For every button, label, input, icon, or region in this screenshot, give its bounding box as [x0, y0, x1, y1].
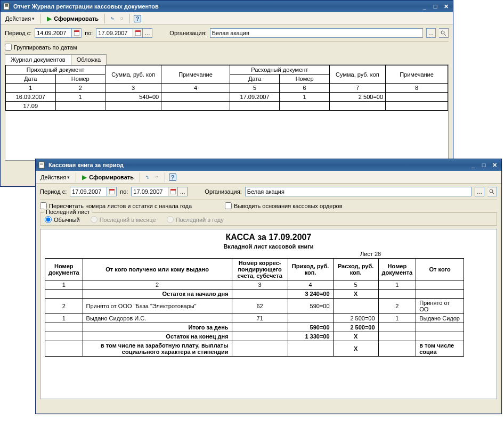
output-basis-checkbox[interactable]: [225, 202, 232, 209]
svg-rect-13: [39, 162, 44, 168]
group-by-date-checkbox[interactable]: [5, 44, 12, 51]
date-to-input-2[interactable]: [131, 187, 168, 196]
help-button[interactable]: ?: [133, 13, 142, 24]
settings-icon-button-2[interactable]: [143, 172, 152, 183]
col-doc-no: Номер документа: [45, 259, 83, 280]
settings-icon-button[interactable]: [108, 13, 117, 24]
table-row[interactable]: 17.09: [6, 102, 448, 111]
date-from-input-2[interactable]: [70, 187, 107, 196]
report-icon: [3, 2, 11, 11]
period-picker-button[interactable]: …: [143, 28, 152, 38]
table-row[interactable]: 1 Выдано Сидоров И.С. 71 2 500=00 1 Выда…: [45, 314, 464, 323]
col-date-1: Дата: [6, 75, 56, 84]
col-expense: Расход, руб. коп.: [333, 259, 378, 280]
col-income: Приход, руб. коп.: [288, 259, 333, 280]
svg-rect-5: [112, 18, 114, 20]
svg-rect-2: [5, 5, 8, 6]
table-index-row: 1234 5678: [6, 84, 448, 93]
radio-normal-label[interactable]: Обычный: [45, 216, 80, 223]
window-cash-book: Кассовая книга за период _ □ ✕ Действия▾…: [35, 159, 502, 414]
col-income-doc: Приходный документ: [6, 65, 105, 75]
cash-book-report: КАССА за 17.09.2007 Вкладной лист кассов…: [40, 229, 497, 399]
chevron-down-icon: ▾: [32, 16, 35, 21]
radio-year[interactable]: [167, 216, 174, 223]
col-sum-2: Сумма, руб. коп: [329, 65, 385, 84]
date-from-input[interactable]: [35, 28, 72, 38]
svg-rect-1: [5, 4, 8, 5]
maximize-button-2[interactable]: □: [479, 161, 489, 169]
calendar-button[interactable]: [72, 28, 82, 38]
export-icon-button-2[interactable]: [153, 172, 161, 183]
period-to-label-2: по:: [120, 188, 128, 195]
close-button-2[interactable]: ✕: [490, 161, 499, 169]
toolbar-2: Действия▾ ▶ Сформировать ?: [36, 171, 501, 184]
table-row[interactable]: 16.09.2007 1 540=00 17.09.2007 1 2 500=0…: [6, 93, 448, 102]
report-icon: [38, 161, 46, 169]
chevron-down-icon: ▾: [67, 175, 70, 180]
org-select-button-2[interactable]: …: [475, 187, 484, 196]
svg-line-24: [492, 192, 494, 194]
svg-rect-3: [5, 6, 8, 7]
titlebar[interactable]: Отчет Журнал регистрации кассовых докуме…: [1, 1, 453, 12]
sheet-number: Лист 28: [360, 251, 497, 257]
maximize-button[interactable]: □: [430, 2, 440, 11]
svg-rect-10: [135, 30, 141, 32]
table-row[interactable]: 2 Принято от ООО "База "Электротовары" 6…: [45, 299, 464, 314]
col-note-2: Примечание: [386, 65, 448, 84]
col-note-1: Примечание: [161, 65, 230, 84]
tab-journal[interactable]: Журнал документов: [5, 54, 71, 65]
total-day-row: Итого за день 590=00 2 500=00: [45, 323, 464, 332]
radio-month[interactable]: [91, 216, 97, 223]
minimize-button-2[interactable]: _: [468, 161, 478, 169]
tab-cover[interactable]: Обложка: [71, 54, 107, 65]
journal-table-area: Приходный документ Сумма, руб. коп Приме…: [5, 65, 449, 161]
svg-rect-15: [40, 164, 43, 164]
play-icon: ▶: [82, 174, 87, 181]
org-search-button-2[interactable]: [487, 187, 497, 196]
help-icon: ?: [134, 15, 142, 22]
closing-balance-row: Остаток на конец дня 1 330=00 X: [45, 332, 464, 341]
calendar-button-2[interactable]: [133, 28, 143, 38]
cash-book-table: Номер документа От кого получено или ком…: [45, 258, 464, 357]
opening-balance-row: Остаток на начало дня 3 240=00 X: [45, 290, 464, 299]
organization-label-2: Организация:: [205, 188, 241, 195]
organization-label: Организация:: [169, 30, 206, 36]
titlebar-2[interactable]: Кассовая книга за период _ □ ✕: [36, 159, 501, 171]
close-button[interactable]: ✕: [441, 2, 451, 11]
organization-input-2[interactable]: [245, 187, 472, 196]
journal-table: Приходный документ Сумма, руб. коп Приме…: [5, 65, 448, 111]
radio-month-label[interactable]: Последний в месяце: [91, 216, 156, 223]
minimize-button[interactable]: _: [420, 2, 429, 11]
period-picker-button-2[interactable]: …: [178, 187, 188, 196]
col-sum-1: Сумма, руб. коп: [105, 65, 161, 84]
svg-rect-22: [170, 189, 176, 191]
help-icon: ?: [169, 174, 177, 181]
actions-menu-2[interactable]: Действия▾: [38, 172, 72, 183]
toolbar: Действия▾ ▶ Сформировать ?: [1, 12, 453, 25]
form-button[interactable]: ▶ Сформировать: [44, 13, 101, 24]
last-sheet-fieldset: Последний лист Обычный Последний в месяц…: [40, 212, 497, 226]
calendar-button-4[interactable]: [168, 187, 178, 196]
col-number-2: Номер: [280, 75, 330, 84]
radio-normal[interactable]: [45, 216, 52, 223]
help-button-2[interactable]: ?: [168, 172, 177, 183]
output-basis-checkbox-label[interactable]: Выводить основания кассовых ордеров: [225, 202, 342, 209]
period-to-label: по:: [85, 30, 93, 36]
svg-rect-14: [40, 163, 43, 163]
organization-input[interactable]: [210, 28, 423, 38]
report-subtitle: Вкладной лист кассовой книги: [40, 243, 497, 250]
form-button-2[interactable]: ▶ Сформировать: [79, 172, 136, 183]
date-to-input[interactable]: [96, 28, 133, 38]
org-search-button[interactable]: [439, 28, 449, 38]
col-doc-no-2: Номер документа: [378, 259, 416, 280]
org-select-button[interactable]: …: [426, 28, 436, 38]
calendar-button-3[interactable]: [107, 187, 117, 196]
group-by-date-checkbox-label[interactable]: Группировать по датам: [5, 44, 77, 51]
export-icon-button[interactable]: [118, 13, 126, 24]
col-expense-doc: Расходный документ: [230, 65, 329, 75]
svg-rect-16: [147, 176, 148, 177]
svg-line-12: [444, 34, 446, 36]
play-icon: ▶: [47, 15, 52, 22]
actions-menu[interactable]: Действия▾: [3, 13, 37, 24]
radio-year-label[interactable]: Последний в году: [167, 216, 224, 223]
